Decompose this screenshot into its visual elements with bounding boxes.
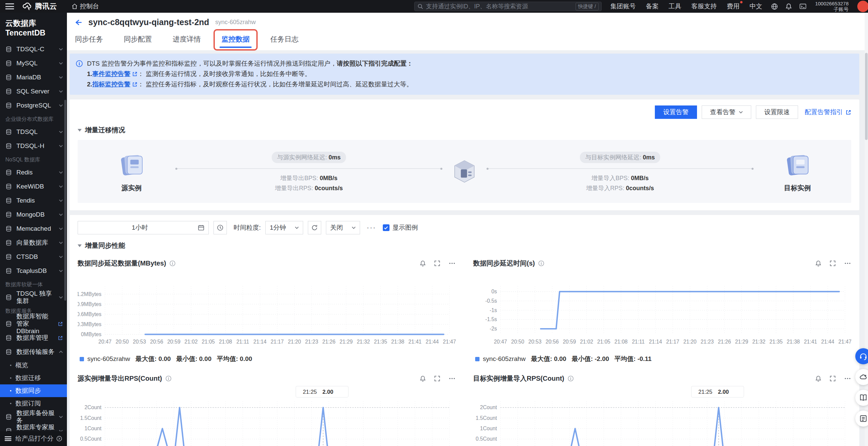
alarm-bell-icon[interactable] — [420, 375, 426, 382]
topnav-客服支持[interactable]: 客服支持 — [691, 2, 717, 11]
granularity-select[interactable]: 1分钟 — [265, 221, 303, 234]
global-search[interactable]: 快捷键 / — [414, 2, 602, 11]
chevron-down-icon — [352, 226, 356, 229]
tab-任务日志[interactable]: 任务日志 — [270, 32, 299, 48]
bullet-dot — [10, 365, 11, 366]
sidebar-item-TDSQL-H[interactable]: TDSQL-H — [0, 139, 67, 153]
cloud-assistant-button[interactable] — [855, 369, 868, 385]
sidebar-subitem-数据同步[interactable]: 数据同步 — [0, 384, 67, 397]
alarm-bell-icon[interactable] — [815, 260, 822, 267]
more-icon[interactable] — [844, 375, 851, 382]
sidebar-item-KeeWiDB[interactable]: KeeWiDB — [0, 179, 67, 194]
sidebar-item-label: 向量数据库 — [17, 239, 55, 246]
TDSQL 独享集群-icon — [5, 294, 12, 301]
event-alarm-link[interactable]: 事件监控告警 — [92, 70, 130, 77]
collapse-sidebar-icon[interactable] — [5, 436, 11, 441]
refresh-button[interactable] — [308, 221, 321, 234]
sidebar-item-SQL Server[interactable]: SQL Server — [0, 84, 67, 98]
tab-进度详情[interactable]: 进度详情 — [172, 32, 202, 48]
info-icon[interactable] — [567, 375, 574, 382]
topnav-备案[interactable]: 备案 — [646, 2, 658, 11]
sidebar-item-Redis[interactable]: Redis — [0, 166, 67, 179]
fullscreen-icon[interactable] — [830, 375, 836, 382]
metric-alarm-link[interactable]: 指标监控告警 — [92, 81, 130, 88]
view-alarm-button[interactable]: 查看告警 — [702, 106, 751, 119]
content-scroll: DTS 监控告警分为事件监控和指标监控，可以及时掌握任务运行情况并推送到指定用户… — [67, 50, 868, 446]
sidebar-footer[interactable]: 给产品打个分 — [0, 431, 67, 446]
sidebar-item-数据传输服务[interactable]: 数据传输服务 — [0, 345, 67, 359]
sidebar-item-MongoDB[interactable]: MongoDB — [0, 208, 67, 222]
sidebar-item-MySQL[interactable]: MySQL — [0, 56, 67, 70]
time-mode-button[interactable] — [214, 221, 227, 234]
tencent-cloud-logo[interactable]: 腾讯云 — [22, 1, 57, 11]
topnav-集团账号[interactable]: 集团账号 — [610, 2, 636, 11]
info-icon[interactable] — [169, 260, 176, 267]
alarm-bell-icon[interactable] — [420, 260, 426, 267]
more-options-button[interactable]: ··· — [365, 223, 378, 232]
KeeWiDB-icon — [5, 183, 12, 190]
migration-section-toggle[interactable]: 增量迁移情况 — [78, 125, 851, 135]
sidebar-item-TDSQL 独享集群[interactable]: TDSQL 独享集群 — [0, 290, 67, 304]
console-link[interactable]: 控制台 — [72, 2, 99, 11]
tab-同步配置[interactable]: 同步配置 — [123, 32, 153, 48]
sidebar-item-向量数据库[interactable]: 向量数据库 — [0, 236, 67, 250]
brand-text: 腾讯云 — [35, 1, 57, 11]
docs-button[interactable] — [855, 390, 868, 406]
sidebar-item-TcaplusDB[interactable]: TcaplusDB — [0, 264, 67, 278]
sidebar-item-TDSQL-C[interactable]: TDSQL-C — [0, 42, 67, 56]
alarm-bell-icon[interactable] — [815, 375, 822, 382]
bell-icon[interactable] — [785, 3, 792, 10]
info-icon[interactable] — [165, 375, 172, 382]
svg-text:21:25: 21:25 — [303, 389, 317, 395]
performance-section-toggle[interactable]: 增量同步性能 — [78, 241, 851, 250]
topnav-工具[interactable]: 工具 — [669, 2, 681, 11]
console-panel-icon[interactable] — [799, 3, 806, 10]
fullscreen-icon[interactable] — [434, 260, 440, 267]
legend-stat: 最小值: -2.00 — [571, 355, 609, 363]
sidebar-scrollbar[interactable] — [64, 100, 66, 301]
sidebar-item-CTSDB[interactable]: CTSDB — [0, 250, 67, 264]
show-legend-toggle[interactable]: 显示图例 — [383, 223, 418, 232]
sidebar-item-MariaDB[interactable]: MariaDB — [0, 70, 67, 84]
rate-product-label: 给产品打个分 — [16, 434, 54, 443]
search-input[interactable] — [426, 3, 573, 10]
fullscreen-icon[interactable] — [830, 260, 836, 267]
sidebar-item-数据库备份服务[interactable]: 数据库备份服务 — [0, 410, 67, 424]
set-alarm-button[interactable]: 设置告警 — [655, 106, 697, 119]
sidebar-title: 云数据库 TencentDB — [0, 13, 67, 42]
fullscreen-icon[interactable] — [434, 375, 440, 382]
topnav-中文[interactable]: 中文 — [749, 2, 762, 11]
sidebar-item-PostgreSQL[interactable]: PostgreSQL — [0, 98, 67, 113]
sidebar-subitem-数据订阅[interactable]: 数据订阅 — [0, 397, 67, 410]
more-icon[interactable] — [448, 260, 456, 267]
set-speed-limit-button[interactable]: 设置限速 — [756, 106, 798, 119]
time-range-picker[interactable]: 1小时 — [78, 221, 209, 234]
sidebar-item-Tendis[interactable]: Tendis — [0, 194, 67, 208]
survey-button[interactable] — [855, 411, 868, 426]
avatar[interactable] — [857, 1, 868, 12]
globe-icon[interactable] — [771, 3, 778, 10]
svg-text:21:17: 21:17 — [666, 339, 679, 345]
more-icon[interactable] — [844, 260, 851, 267]
info-icon[interactable] — [538, 260, 545, 267]
alarm-guide-link[interactable]: 配置告警指引 — [805, 108, 851, 117]
svg-text:21:32: 21:32 — [752, 339, 765, 345]
sidebar-subitem-数据迁移[interactable]: 数据迁移 — [0, 371, 67, 384]
sidebar-item-Memcached[interactable]: Memcached — [0, 222, 67, 236]
tab-监控数据[interactable]: 监控数据 — [221, 32, 250, 48]
tab-同步任务[interactable]: 同步任务 — [74, 32, 104, 48]
topnav-费用[interactable]: 费用 — [727, 2, 740, 11]
account-info[interactable]: 100026653278 子账号 — [815, 1, 848, 12]
sidebar-item-TDSQL[interactable]: TDSQL — [0, 125, 67, 139]
hamburger-menu-icon[interactable] — [5, 3, 14, 9]
more-icon[interactable] — [448, 375, 456, 382]
auto-refresh-select[interactable]: 关闭 — [326, 221, 360, 234]
sidebar-subitem-概览[interactable]: 概览 — [0, 359, 67, 371]
chart-legend[interactable]: sync-605zrahw最大值: 0.00最小值: 0.00平均值: 0.00 — [80, 355, 456, 363]
Memcached-icon — [5, 225, 12, 232]
back-icon[interactable] — [74, 19, 82, 26]
sidebar-item-数据库智能管家 DBbrain[interactable]: 数据库智能管家 DBbrain — [0, 317, 67, 331]
chart-legend[interactable]: sync-605zrahw最大值: 0.00最小值: -2.00平均值: -0.… — [475, 355, 851, 363]
chevron-icon — [59, 213, 63, 216]
support-button[interactable] — [855, 348, 868, 364]
